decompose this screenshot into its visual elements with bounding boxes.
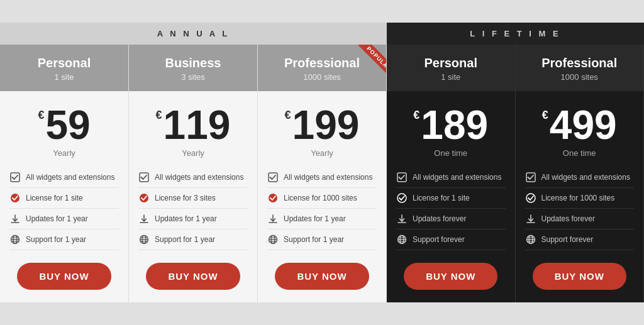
download-icon (396, 213, 408, 224)
price-period: Yearly (38, 148, 90, 158)
buy-button-annual-professional[interactable]: BUY NOW (275, 263, 369, 290)
plan-title: Professional (522, 56, 638, 70)
buy-button-annual-business[interactable]: BUY NOW (146, 263, 240, 290)
feature-item: Updates for 1 year (138, 209, 248, 229)
feature-text: Support forever (413, 235, 465, 244)
feature-item: Updates for 1 year (9, 209, 119, 229)
feature-text: All widgets and extensions (541, 173, 630, 182)
plan-title: Professional (264, 56, 380, 70)
price-amount: 189 (421, 105, 488, 145)
feature-item: All widgets and extensions (396, 167, 506, 188)
buy-button-annual-personal[interactable]: BUY NOW (17, 263, 111, 290)
plan-title: Business (135, 56, 251, 70)
price-amount: 119 (164, 105, 231, 145)
price-amount: 59 (45, 105, 90, 145)
check-circle-red-icon (9, 192, 21, 204)
features-list: All widgets and extensions License for 1… (0, 167, 128, 250)
price-section: €499One time (536, 91, 623, 167)
buy-button-lifetime-personal[interactable]: BUY NOW (404, 263, 497, 290)
price-section: €119Yearly (150, 91, 237, 167)
feature-item: License for 1000 sites (525, 188, 635, 209)
price-period: One time (542, 148, 617, 158)
price-value: €199 (285, 105, 360, 145)
price-value: €59 (38, 105, 90, 145)
buy-button-lifetime-professional[interactable]: BUY NOW (533, 263, 626, 290)
feature-item: Updates for 1 year (267, 209, 377, 229)
feature-item: Updates forever (525, 209, 635, 229)
price-currency: € (156, 109, 162, 122)
price-section: €59Yearly (31, 91, 96, 167)
feature-text: License for 3 sites (155, 194, 216, 202)
plan-card-annual-professional: Professional1000 sitesPOPULAR€199Yearly … (258, 45, 387, 302)
download-icon (267, 213, 279, 224)
globe-icon (138, 234, 150, 245)
check-circle-red-icon (267, 192, 279, 204)
plan-title: Personal (393, 56, 509, 70)
feature-item: Support forever (396, 229, 506, 250)
price-amount: 499 (550, 105, 617, 145)
price-period: Yearly (285, 148, 360, 158)
feature-item: All widgets and extensions (267, 167, 377, 188)
annual-section: A N N U A L Personal1 site€59Yearly All … (0, 23, 387, 302)
plan-title: Personal (6, 56, 122, 70)
feature-item: License for 1000 sites (267, 188, 377, 209)
features-list: All widgets and extensions License for 3… (129, 167, 257, 250)
plan-card-annual-personal: Personal1 site€59Yearly All widgets and … (0, 45, 129, 302)
feature-item: All widgets and extensions (9, 167, 119, 188)
feature-text: All widgets and extensions (413, 173, 501, 182)
feature-text: License for 1000 sites (541, 194, 615, 202)
price-currency: € (38, 109, 44, 122)
price-value: €499 (542, 105, 617, 145)
check-square-icon (267, 172, 279, 183)
feature-item: Support for 1 year (267, 229, 377, 250)
pricing-table: A N N U A L Personal1 site€59Yearly All … (0, 23, 644, 302)
plan-card-annual-business: Business3 sites€119Yearly All widgets an… (129, 45, 258, 302)
feature-item: License for 3 sites (138, 188, 248, 209)
feature-item: Support for 1 year (138, 229, 248, 250)
plan-card-lifetime-professional: Professional1000 sites€499One time All w… (516, 45, 645, 302)
feature-item: License for 1 site (9, 188, 119, 209)
globe-icon (267, 234, 279, 245)
feature-item: All widgets and extensions (138, 167, 248, 188)
plan-header-lifetime-professional: Professional1000 sites (516, 45, 644, 91)
plan-subtitle: 1 site (6, 72, 122, 82)
plan-header-lifetime-personal: Personal1 site (387, 45, 515, 91)
feature-text: License for 1 site (413, 194, 470, 202)
price-period: One time (413, 148, 488, 158)
price-amount: 199 (292, 105, 360, 145)
feature-text: License for 1000 sites (284, 194, 357, 202)
lifetime-header: L I F E T I M E (387, 23, 644, 45)
check-square-icon (396, 172, 408, 183)
feature-text: Support for 1 year (284, 235, 344, 244)
annual-header: A N N U A L (0, 23, 387, 45)
price-section: €199Yearly (279, 91, 366, 167)
check-circle-white-icon (525, 192, 536, 204)
plan-card-lifetime-personal: Personal1 site€189One time All widgets a… (387, 45, 516, 302)
plan-subtitle: 1000 sites (522, 72, 638, 82)
price-currency: € (413, 109, 419, 122)
plan-subtitle: 1000 sites (264, 72, 380, 82)
plan-header-annual-personal: Personal1 site (0, 45, 128, 91)
check-square-icon (9, 172, 21, 183)
feature-text: Updates for 1 year (284, 214, 346, 223)
feature-text: License for 1 site (26, 194, 83, 202)
globe-icon (525, 234, 536, 245)
features-list: All widgets and extensions License for 1… (387, 167, 515, 250)
feature-item: Updates forever (396, 209, 506, 229)
feature-text: All widgets and extensions (284, 173, 372, 182)
download-icon (9, 213, 21, 224)
feature-item: Support for 1 year (9, 229, 119, 250)
features-list: All widgets and extensions License for 1… (258, 167, 386, 250)
price-period: Yearly (156, 148, 231, 158)
check-square-icon (138, 172, 150, 183)
check-square-icon (525, 172, 536, 183)
annual-plans-row: Personal1 site€59Yearly All widgets and … (0, 45, 387, 302)
feature-text: All widgets and extensions (155, 173, 243, 182)
feature-text: Support forever (541, 235, 594, 244)
feature-item: License for 1 site (396, 188, 506, 209)
lifetime-section: L I F E T I M E Personal1 site€189One ti… (387, 23, 644, 302)
lifetime-plans-row: Personal1 site€189One time All widgets a… (387, 45, 644, 302)
check-circle-white-icon (396, 192, 408, 204)
plan-subtitle: 1 site (393, 72, 509, 82)
feature-item: Support forever (525, 229, 635, 250)
